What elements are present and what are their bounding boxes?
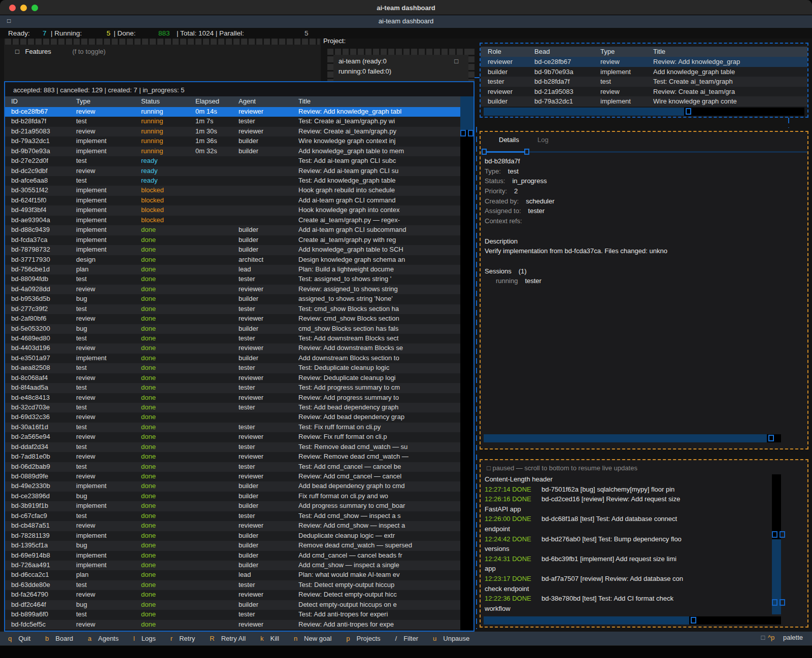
board-row[interactable]: bd-88094fdbtestdonetesterTest: assigned_… — [5, 274, 460, 284]
agents-row[interactable]: testerbd-b28fda7ftestTest: Create ai_tea… — [481, 77, 807, 87]
board-row[interactable]: bd-493f3bf4implementblockedHook knowledg… — [5, 205, 460, 215]
board-row[interactable]: bd-8f4aad5atestdonetesterTest: Add progr… — [5, 383, 460, 393]
shortcut-quit[interactable]: qQuit — [8, 635, 30, 642]
pane-divider[interactable] — [476, 127, 477, 629]
agents-row[interactable]: builderbd-9b70e93aimplementAdd knowledge… — [481, 67, 807, 77]
log-hscrollbar-fill[interactable] — [484, 616, 689, 625]
shortcut-kill[interactable]: kKill — [260, 635, 279, 642]
board-row[interactable]: bd-37717930designdonearchitectDesign kno… — [5, 255, 460, 265]
palette-shortcut[interactable]: □ ^p palette — [761, 634, 803, 641]
shortcut-projects[interactable]: pProjects — [346, 635, 380, 642]
shortcut-board[interactable]: bBoard — [45, 635, 73, 642]
board-row[interactable]: bd-624f15f0implementblockedAdd ai-team g… — [5, 196, 460, 205]
board-row[interactable]: bd-69d32c36reviewdoneReview: Add bead de… — [5, 412, 460, 422]
board-row[interactable]: bd-b9536d5bbugdonebuilderassigned_to sho… — [5, 294, 460, 304]
board-row[interactable]: bd-0889d9fereviewdonereviewerReview: Add… — [5, 472, 460, 481]
board-header-column-agent[interactable]: Agent — [239, 97, 256, 105]
board-row[interactable]: bd-b28fda7ftestrunning1m 7stesterTest: C… — [5, 117, 460, 126]
board-row[interactable]: bd-fcda37caimplementdonebuilderCreate ai… — [5, 235, 460, 245]
board-row[interactable]: bd-fa264790reviewdonereviewerReview: Det… — [5, 590, 460, 600]
log-hscrollbar[interactable] — [484, 616, 781, 625]
shortcut-logs[interactable]: lLogs — [133, 635, 156, 642]
agents-hscrollbar[interactable] — [484, 108, 804, 116]
log-scrollbar[interactable] — [772, 474, 781, 614]
board-row[interactable]: bd-21a95083reviewrunning1m 30sreviewerRe… — [5, 127, 460, 136]
details-slider-handle-right[interactable] — [524, 149, 529, 155]
agents-hscrollbar-fill[interactable] — [484, 108, 684, 116]
agents-header-column-title[interactable]: Title — [653, 48, 803, 55]
board-row[interactable]: bd-27e22d0ftestreadyTest: Add ai-team gr… — [5, 156, 460, 166]
board-row[interactable]: bd-ddaf2d34testdonetesterTest: Remove de… — [5, 442, 460, 452]
tab-log[interactable]: Log — [537, 136, 549, 144]
board-row[interactable]: bd-69e914b8implementdonebuilderAdd cmd_c… — [5, 551, 460, 561]
board-row[interactable]: bd-afce6aa8testreadyTest: Add knowledge_… — [5, 176, 460, 186]
project-expand-icon[interactable]: □ — [454, 57, 458, 65]
board-row[interactable]: bd-e3501a97implementdonebuilderAdd downs… — [5, 354, 460, 363]
agents-header-column-bead[interactable]: Bead — [534, 48, 550, 55]
board-row[interactable]: bd-4689ed80testdonetesterTest: Add downs… — [5, 334, 460, 343]
shortcut-retry-all[interactable]: RRetry All — [210, 635, 246, 642]
shortcut-filter[interactable]: /Filter — [395, 635, 419, 642]
board-row[interactable]: bd-8c068af4reviewdonereviewerReview: Ded… — [5, 373, 460, 383]
board-row[interactable]: bd-df2c464fbugdonebuilderDetect empty-ou… — [5, 600, 460, 610]
board-row[interactable]: bd-2af80bf6reviewdonereviewerReview: cmd… — [5, 314, 460, 324]
board-row[interactable]: bd-fdc5ef5creviewdonereviewerReview: Add… — [5, 620, 460, 630]
board-row[interactable]: bd-79a32dc1implementrunning1m 36sbuilder… — [5, 136, 460, 146]
board-row[interactable]: bd-c67cfac9testdonetesterTest: Add cmd_s… — [5, 511, 460, 521]
board-row[interactable]: bd-1395cf1abugdonebuilderRemove dead cmd… — [5, 541, 460, 550]
features-toggle[interactable]: □ Features (f to toggle) — [15, 48, 106, 55]
board-row[interactable]: bd-2a565e94reviewdonereviewerReview: Fix… — [5, 432, 460, 442]
agents-row[interactable]: builderbd-79a32dc1implementWire knowledg… — [481, 96, 807, 107]
features-panel[interactable]: □ Features (f to toggle) — [4, 39, 321, 81]
board-header-column-status[interactable]: Status — [141, 97, 160, 105]
details-slider-active[interactable] — [485, 151, 526, 153]
board-scrollbar-thumb[interactable] — [460, 96, 473, 130]
shortcut-new-goal[interactable]: nNew goal — [294, 635, 331, 642]
board-row[interactable]: bd-32cd703etestdonetesterTest: Add bead … — [5, 403, 460, 412]
board-row[interactable]: bd-78281139implementdonebuilderDeduplica… — [5, 531, 460, 541]
board-row[interactable]: bd-5e053200bugdonebuildercmd_show Blocks… — [5, 324, 460, 334]
board-row[interactable]: bd-726aa491implementdonebuilderAdd cmd_s… — [5, 561, 460, 570]
details-slider-track[interactable] — [481, 151, 807, 153]
board-header-column-id[interactable]: ID — [11, 97, 18, 105]
board-row[interactable]: bd-aea82508testdonetesterTest: Deduplica… — [5, 363, 460, 373]
details-slider-handle-left[interactable] — [482, 149, 487, 155]
project-selector[interactable]: ai-team (ready:0 running:0 failed:0) □ — [327, 49, 475, 81]
board-row[interactable]: bd-30a16f1dtestdonetesterTest: Fix ruff … — [5, 423, 460, 432]
shortcut-retry[interactable]: rRetry — [171, 635, 195, 642]
agents-header-column-type[interactable]: Type — [600, 48, 615, 55]
board-row[interactable]: bd-ae93904aimplementblockedCreate ai_tea… — [5, 216, 460, 225]
board-row[interactable]: bd-b899a6f0testdonetesterTest: Add anti-… — [5, 610, 460, 619]
board-row[interactable]: bd-d6cca2c1plandoneleadPlan: what would … — [5, 570, 460, 580]
tab-details[interactable]: Details — [499, 136, 519, 144]
shortcut-agents[interactable]: aAgents — [88, 635, 119, 642]
board-row[interactable]: bd-63dde80etestdonetesterTest: Detect em… — [5, 580, 460, 590]
board-row[interactable]: bd-e48c8413reviewdonereviewerReview: Add… — [5, 393, 460, 403]
board-row[interactable]: bd-dc2c9dbfreviewreadyReview: Add ai-tea… — [5, 166, 460, 176]
board-row[interactable]: bd-7ad81e0breviewdonereviewerReview: Rem… — [5, 452, 460, 462]
board-row[interactable]: bd-4a0928ddreviewdonereviewerReview: ass… — [5, 285, 460, 294]
agents-row[interactable]: reviewerbd-21a95083reviewReview: Create … — [481, 87, 807, 97]
board-row[interactable]: bd-4403d196reviewdonereviewerReview: Add… — [5, 343, 460, 353]
board-header-column-title[interactable]: Title — [298, 97, 458, 105]
board-row[interactable]: bd-cb487a51reviewdonereviewerReview: Add… — [5, 521, 460, 531]
board-row[interactable]: bd-78798732implementdonebuilderAdd knowl… — [5, 245, 460, 255]
board-row[interactable]: bd-30551f42implementblockedHook graph re… — [5, 186, 460, 195]
board-row[interactable]: bd-9b70e93aimplementrunning0m 32sbuilder… — [5, 147, 460, 156]
agents-row[interactable]: reviewerbd-ce28fb67reviewReview: Add kno… — [481, 57, 807, 67]
shortcut-unpause[interactable]: uUnpause — [433, 635, 469, 642]
board-header-column-type[interactable]: Type — [76, 97, 90, 105]
agents-header-column-role[interactable]: Role — [488, 48, 501, 55]
board-row[interactable]: bd-49e2330bimplementdonebuilderAdd bead … — [5, 481, 460, 491]
board-row[interactable]: bd-756cbe1dplandoneleadPlan: Build a lig… — [5, 265, 460, 274]
details-hscrollbar[interactable] — [484, 434, 781, 442]
board-row[interactable]: bd-3b919f1bimplementdonebuilderAdd progr… — [5, 501, 460, 511]
checkbox-icon[interactable]: □ — [15, 48, 19, 55]
board-row[interactable]: bd-06d2bab9testdonetesterTest: Add cmd_c… — [5, 462, 460, 472]
board-header-column-elapsed[interactable]: Elapsed — [195, 97, 219, 105]
board-row[interactable]: bd-ce28fb67reviewrunning0m 14sreviewerRe… — [5, 107, 460, 117]
board-row[interactable]: bd-d88c9439implementdonebuilderAdd ai-te… — [5, 225, 460, 235]
board-scrollbar[interactable] — [460, 96, 473, 631]
board-row[interactable]: bd-ce23896dbugdonebuilderFix ruff format… — [5, 492, 460, 501]
details-hscrollbar-fill[interactable] — [484, 434, 767, 442]
